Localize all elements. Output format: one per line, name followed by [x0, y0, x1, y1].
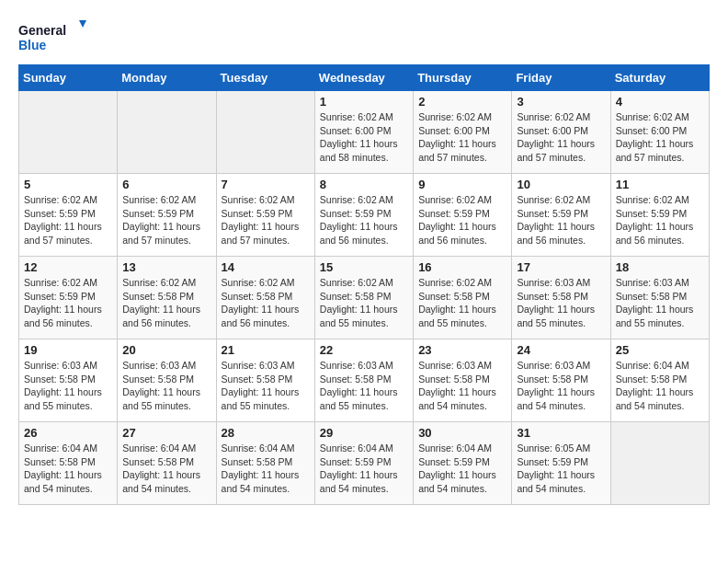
calendar-week-row: 1Sunrise: 6:02 AMSunset: 6:00 PMDaylight…	[19, 91, 710, 174]
day-number: 22	[320, 343, 408, 357]
calendar-cell: 3Sunrise: 6:02 AMSunset: 6:00 PMDaylight…	[512, 91, 610, 174]
weekday-header: Friday	[512, 65, 610, 91]
day-info: Sunrise: 6:04 AMSunset: 5:58 PMDaylight:…	[222, 442, 310, 496]
day-number: 4	[616, 95, 704, 109]
svg-text:Blue: Blue	[18, 38, 47, 52]
page-header: General Blue	[18, 18, 710, 55]
day-number: 2	[418, 95, 506, 109]
day-number: 28	[222, 426, 310, 440]
day-info: Sunrise: 6:02 AMSunset: 5:58 PMDaylight:…	[222, 276, 310, 330]
calendar-cell: 1Sunrise: 6:02 AMSunset: 6:00 PMDaylight…	[314, 91, 413, 174]
day-info: Sunrise: 6:02 AMSunset: 5:59 PMDaylight:…	[24, 193, 112, 247]
calendar-cell: 6Sunrise: 6:02 AMSunset: 5:59 PMDaylight…	[118, 174, 216, 257]
day-info: Sunrise: 6:05 AMSunset: 5:59 PMDaylight:…	[517, 442, 605, 496]
day-number: 10	[517, 178, 605, 191]
day-info: Sunrise: 6:03 AMSunset: 5:58 PMDaylight:…	[616, 276, 704, 330]
calendar-cell	[19, 91, 118, 174]
day-number: 23	[418, 343, 506, 357]
day-number: 17	[517, 260, 605, 274]
calendar-cell: 20Sunrise: 6:03 AMSunset: 5:58 PMDayligh…	[118, 339, 216, 422]
calendar-cell: 7Sunrise: 6:02 AMSunset: 5:59 PMDaylight…	[216, 174, 314, 257]
weekday-header: Thursday	[414, 65, 512, 91]
day-number: 3	[517, 95, 605, 109]
day-number: 1	[320, 95, 408, 109]
calendar-cell: 28Sunrise: 6:04 AMSunset: 5:58 PMDayligh…	[216, 422, 314, 505]
calendar-cell: 19Sunrise: 6:03 AMSunset: 5:58 PMDayligh…	[19, 339, 118, 422]
calendar-week-row: 5Sunrise: 6:02 AMSunset: 5:59 PMDaylight…	[19, 174, 710, 257]
day-number: 7	[222, 178, 310, 191]
weekday-header: Saturday	[610, 65, 709, 91]
day-number: 27	[122, 426, 210, 440]
calendar-cell: 29Sunrise: 6:04 AMSunset: 5:59 PMDayligh…	[314, 422, 413, 505]
day-number: 5	[24, 178, 112, 191]
day-number: 9	[418, 178, 506, 191]
calendar-cell: 23Sunrise: 6:03 AMSunset: 5:58 PMDayligh…	[414, 339, 512, 422]
day-info: Sunrise: 6:02 AMSunset: 6:00 PMDaylight:…	[418, 110, 506, 165]
day-number: 12	[24, 260, 112, 274]
calendar-cell: 5Sunrise: 6:02 AMSunset: 5:59 PMDaylight…	[19, 174, 118, 257]
day-info: Sunrise: 6:02 AMSunset: 5:59 PMDaylight:…	[24, 276, 112, 330]
calendar-cell: 18Sunrise: 6:03 AMSunset: 5:58 PMDayligh…	[610, 257, 709, 339]
calendar-cell	[610, 422, 709, 505]
weekday-header: Tuesday	[216, 65, 314, 91]
calendar-cell: 10Sunrise: 6:02 AMSunset: 5:59 PMDayligh…	[512, 174, 610, 257]
calendar-cell	[118, 91, 216, 174]
day-number: 30	[418, 426, 506, 440]
day-info: Sunrise: 6:04 AMSunset: 5:59 PMDaylight:…	[320, 442, 408, 496]
day-info: Sunrise: 6:02 AMSunset: 5:58 PMDaylight:…	[418, 276, 506, 330]
calendar-week-row: 12Sunrise: 6:02 AMSunset: 5:59 PMDayligh…	[19, 257, 710, 339]
svg-text:General: General	[18, 23, 66, 38]
day-number: 11	[616, 178, 704, 191]
day-info: Sunrise: 6:03 AMSunset: 5:58 PMDaylight:…	[517, 276, 605, 330]
day-info: Sunrise: 6:02 AMSunset: 5:59 PMDaylight:…	[517, 193, 605, 247]
calendar-cell: 26Sunrise: 6:04 AMSunset: 5:58 PMDayligh…	[19, 422, 118, 505]
day-info: Sunrise: 6:02 AMSunset: 5:59 PMDaylight:…	[122, 193, 210, 247]
calendar-cell	[216, 91, 314, 174]
day-info: Sunrise: 6:03 AMSunset: 5:58 PMDaylight:…	[222, 359, 310, 413]
day-number: 8	[320, 178, 408, 191]
day-info: Sunrise: 6:03 AMSunset: 5:58 PMDaylight:…	[418, 359, 506, 413]
day-number: 18	[616, 260, 704, 274]
calendar-cell: 12Sunrise: 6:02 AMSunset: 5:59 PMDayligh…	[19, 257, 118, 339]
calendar-cell: 16Sunrise: 6:02 AMSunset: 5:58 PMDayligh…	[414, 257, 512, 339]
calendar-cell: 4Sunrise: 6:02 AMSunset: 6:00 PMDaylight…	[610, 91, 709, 174]
day-info: Sunrise: 6:03 AMSunset: 5:58 PMDaylight:…	[517, 359, 605, 413]
day-number: 20	[122, 343, 210, 357]
day-number: 31	[517, 426, 605, 440]
day-info: Sunrise: 6:02 AMSunset: 5:59 PMDaylight:…	[222, 193, 310, 247]
day-number: 24	[517, 343, 605, 357]
calendar-cell: 21Sunrise: 6:03 AMSunset: 5:58 PMDayligh…	[216, 339, 314, 422]
day-info: Sunrise: 6:02 AMSunset: 5:59 PMDaylight:…	[320, 193, 408, 247]
day-number: 6	[122, 178, 210, 191]
calendar-week-row: 26Sunrise: 6:04 AMSunset: 5:58 PMDayligh…	[19, 422, 710, 505]
calendar-cell: 2Sunrise: 6:02 AMSunset: 6:00 PMDaylight…	[414, 91, 512, 174]
day-info: Sunrise: 6:02 AMSunset: 5:58 PMDaylight:…	[320, 276, 408, 330]
day-info: Sunrise: 6:03 AMSunset: 5:58 PMDaylight:…	[320, 359, 408, 413]
day-info: Sunrise: 6:03 AMSunset: 5:58 PMDaylight:…	[24, 359, 112, 413]
calendar-cell: 13Sunrise: 6:02 AMSunset: 5:58 PMDayligh…	[118, 257, 216, 339]
weekday-header: Monday	[118, 65, 216, 91]
calendar-cell: 22Sunrise: 6:03 AMSunset: 5:58 PMDayligh…	[314, 339, 413, 422]
day-info: Sunrise: 6:04 AMSunset: 5:58 PMDaylight:…	[122, 442, 210, 496]
day-info: Sunrise: 6:02 AMSunset: 6:00 PMDaylight:…	[616, 110, 704, 165]
day-info: Sunrise: 6:04 AMSunset: 5:58 PMDaylight:…	[616, 359, 704, 413]
day-info: Sunrise: 6:02 AMSunset: 6:00 PMDaylight:…	[320, 110, 408, 165]
calendar-cell: 27Sunrise: 6:04 AMSunset: 5:58 PMDayligh…	[118, 422, 216, 505]
calendar-cell: 9Sunrise: 6:02 AMSunset: 5:59 PMDaylight…	[414, 174, 512, 257]
day-info: Sunrise: 6:02 AMSunset: 5:58 PMDaylight:…	[122, 276, 210, 330]
day-info: Sunrise: 6:04 AMSunset: 5:59 PMDaylight:…	[418, 442, 506, 496]
day-number: 13	[122, 260, 210, 274]
day-info: Sunrise: 6:02 AMSunset: 5:59 PMDaylight:…	[616, 193, 704, 247]
day-number: 29	[320, 426, 408, 440]
calendar-cell: 11Sunrise: 6:02 AMSunset: 5:59 PMDayligh…	[610, 174, 709, 257]
calendar-cell: 15Sunrise: 6:02 AMSunset: 5:58 PMDayligh…	[314, 257, 413, 339]
svg-marker-1	[79, 20, 86, 28]
day-number: 21	[222, 343, 310, 357]
day-info: Sunrise: 6:04 AMSunset: 5:58 PMDaylight:…	[24, 442, 112, 496]
calendar-cell: 17Sunrise: 6:03 AMSunset: 5:58 PMDayligh…	[512, 257, 610, 339]
day-number: 19	[24, 343, 112, 357]
weekday-header: Sunday	[19, 65, 118, 91]
day-number: 16	[418, 260, 506, 274]
day-number: 14	[222, 260, 310, 274]
logo: General Blue	[18, 18, 92, 55]
